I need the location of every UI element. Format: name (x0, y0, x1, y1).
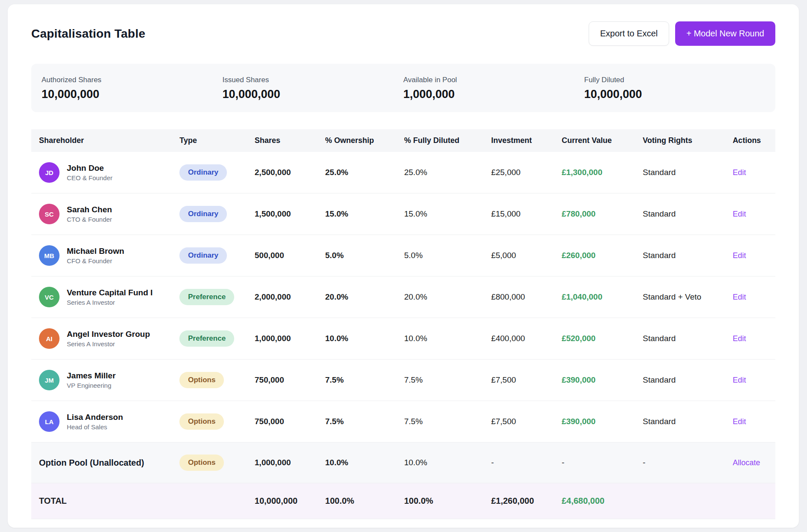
investment-cell: £800,000 (491, 292, 562, 302)
investment-cell: £400,000 (491, 334, 562, 343)
column-header-shareholder: Shareholder (31, 136, 179, 145)
shareholder-name: Lisa Anderson (67, 412, 123, 423)
stat-authorized-shares: Authorized Shares 10,000,000 (42, 76, 223, 101)
voting-rights-cell: Standard (643, 417, 733, 426)
avatar: JM (39, 370, 60, 390)
current-value-cell: £1,040,000 (562, 292, 643, 302)
avatar: JD (39, 162, 60, 183)
type-badge: Ordinary (179, 164, 227, 181)
avatar: MB (39, 245, 60, 266)
voting-rights-cell: Standard (643, 375, 733, 385)
export-to-excel-button[interactable]: Export to Excel (589, 21, 670, 46)
shareholder-identity: Michael Brown CFO & Founder (67, 246, 124, 265)
table-row: JM James Miller VP Engineering Options 7… (31, 360, 775, 401)
stat-label: Available in Pool (403, 76, 584, 84)
actions-cell: Edit (733, 375, 775, 385)
investment-cell: £7,500 (491, 375, 562, 385)
current-value-cell: £390,000 (562, 417, 643, 426)
table-body: JD John Doe CEO & Founder Ordinary 2,500… (31, 152, 775, 443)
ownership-cell: 5.0% (325, 251, 404, 260)
edit-link[interactable]: Edit (733, 168, 746, 177)
type-cell: Ordinary (179, 164, 255, 181)
shareholder-identity: Lisa Anderson Head of Sales (67, 412, 123, 431)
current-value-cell: £520,000 (562, 334, 643, 343)
column-header-shares: Shares (255, 136, 325, 145)
shareholder-cell: VC Venture Capital Fund I Series A Inves… (31, 287, 179, 307)
shareholder-role: Series A Investor (67, 340, 150, 348)
stat-label: Fully Diluted (584, 76, 765, 84)
shares-cell: 2,500,000 (255, 168, 325, 177)
actions-cell: Edit (733, 251, 775, 260)
shares-cell: 1,500,000 (255, 209, 325, 219)
cap-table-card: Capitalisation Table Export to Excel + M… (8, 4, 799, 528)
option-pool-row: Option Pool (Unallocated) Options 1,000,… (31, 443, 775, 483)
current-value-cell: £780,000 (562, 209, 643, 219)
investment-cell: - (491, 458, 562, 467)
table-row: SC Sarah Chen CTO & Founder Ordinary 1,5… (31, 193, 775, 235)
ownership-cell: 20.0% (325, 292, 404, 302)
shares-cell: 750,000 (255, 375, 325, 385)
stat-value: 1,000,000 (403, 88, 584, 101)
type-cell: Options (179, 455, 255, 471)
voting-rights-cell: Standard (643, 168, 733, 177)
fully-diluted-cell: 10.0% (404, 334, 491, 343)
investment-cell: £1,260,000 (491, 496, 562, 506)
fully-diluted-cell: 25.0% (404, 168, 491, 177)
shares-cell: 1,000,000 (255, 458, 325, 467)
pool-name: Option Pool (Unallocated) (31, 458, 179, 468)
column-header-actions: Actions (733, 136, 775, 145)
shares-cell: 500,000 (255, 251, 325, 260)
shareholder-role: Series A Investor (67, 298, 153, 307)
shareholder-name: James Miller (67, 371, 116, 381)
header-actions: Export to Excel + Model New Round (589, 21, 775, 46)
ownership-cell: 7.5% (325, 375, 404, 385)
shareholder-identity: Angel Investor Group Series A Investor (67, 329, 150, 348)
type-cell: Options (179, 413, 255, 430)
type-cell: Preference (179, 289, 255, 305)
avatar: LA (39, 411, 60, 432)
fully-diluted-cell: 5.0% (404, 251, 491, 260)
shares-cell: 2,000,000 (255, 292, 325, 302)
edit-link[interactable]: Edit (733, 376, 746, 384)
shareholder-name: John Doe (67, 163, 113, 174)
column-header-fully-diluted: % Fully Diluted (404, 136, 491, 145)
actions-cell: Edit (733, 417, 775, 426)
type-badge: Preference (179, 330, 234, 347)
edit-link[interactable]: Edit (733, 210, 746, 218)
ownership-cell: 100.0% (325, 496, 404, 506)
edit-link[interactable]: Edit (733, 417, 746, 426)
shareholder-name: Sarah Chen (67, 205, 112, 215)
type-cell: Preference (179, 330, 255, 347)
model-new-round-button[interactable]: + Model New Round (675, 21, 775, 46)
edit-link[interactable]: Edit (733, 334, 746, 343)
stat-value: 10,000,000 (223, 88, 404, 101)
column-header-investment: Investment (491, 136, 562, 145)
edit-link[interactable]: Edit (733, 251, 746, 260)
shareholder-identity: John Doe CEO & Founder (67, 163, 113, 182)
shareholder-cell: LA Lisa Anderson Head of Sales (31, 411, 179, 432)
actions-cell: Edit (733, 334, 775, 343)
shareholder-role: CTO & Founder (67, 215, 112, 224)
investment-cell: £5,000 (491, 251, 562, 260)
edit-link[interactable]: Edit (733, 293, 746, 301)
shareholder-role: Head of Sales (67, 423, 123, 431)
total-row: TOTAL 10,000,000 100.0% 100.0% £1,260,00… (31, 483, 775, 519)
avatar: SC (39, 204, 60, 224)
voting-rights-cell: Standard + Veto (643, 292, 733, 302)
table-row: JD John Doe CEO & Founder Ordinary 2,500… (31, 152, 775, 193)
shareholder-cell: SC Sarah Chen CTO & Founder (31, 204, 179, 224)
total-label: TOTAL (31, 496, 179, 506)
ownership-cell: 25.0% (325, 168, 404, 177)
shareholder-identity: Venture Capital Fund I Series A Investor (67, 288, 153, 306)
allocate-link[interactable]: Allocate (733, 458, 760, 467)
current-value-cell: £1,300,000 (562, 168, 643, 177)
investment-cell: £15,000 (491, 209, 562, 219)
shareholder-cell: MB Michael Brown CFO & Founder (31, 245, 179, 266)
investment-cell: £25,000 (491, 168, 562, 177)
page-title: Capitalisation Table (31, 27, 145, 41)
fully-diluted-cell: 20.0% (404, 292, 491, 302)
actions-cell: Edit (733, 209, 775, 219)
avatar: AI (39, 328, 60, 349)
current-value-cell: £260,000 (562, 251, 643, 260)
stat-value: 10,000,000 (42, 88, 223, 101)
